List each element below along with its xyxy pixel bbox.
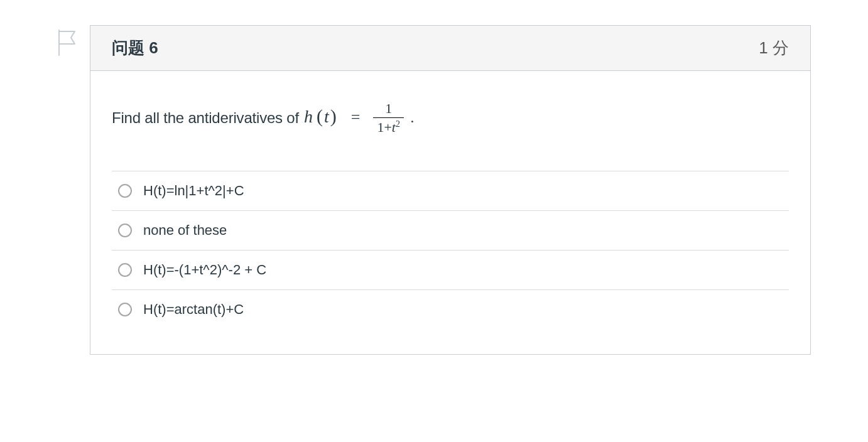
prompt-text: Find all the antiderivatives of [112, 109, 299, 127]
answers-list: H(t)=ln|1+t^2|+C none of these H(t)=-(1+… [112, 171, 789, 329]
question-points: 1 分 [759, 37, 789, 59]
question-wrapper: 问题 6 1 分 Find all the antiderivatives of… [57, 25, 811, 355]
radio-icon [118, 224, 132, 237]
answer-option-2[interactable]: H(t)=-(1+t^2)^-2 + C [112, 251, 789, 290]
answer-label: none of these [143, 222, 227, 239]
answer-option-1[interactable]: none of these [112, 211, 789, 251]
answer-label: H(t)=arctan(t)+C [143, 301, 244, 318]
question-card: 问题 6 1 分 Find all the antiderivatives of… [90, 25, 811, 355]
math-expression: h(t) = 1 1+t2 . [304, 101, 415, 136]
answer-label: H(t)=ln|1+t^2|+C [143, 183, 244, 199]
question-header: 问题 6 1 分 [90, 26, 810, 71]
question-body: Find all the antiderivatives of h(t) = 1… [90, 71, 810, 354]
question-prompt: Find all the antiderivatives of h(t) = 1… [112, 101, 789, 136]
radio-icon [118, 184, 132, 198]
answer-option-0[interactable]: H(t)=ln|1+t^2|+C [112, 171, 789, 211]
answer-option-3[interactable]: H(t)=arctan(t)+C [112, 290, 789, 329]
radio-icon [118, 303, 132, 316]
question-title: 问题 6 [112, 37, 158, 59]
radio-icon [118, 263, 132, 277]
answer-label: H(t)=-(1+t^2)^-2 + C [143, 262, 266, 278]
flag-icon[interactable] [57, 29, 79, 57]
fraction: 1 1+t2 [373, 101, 404, 136]
